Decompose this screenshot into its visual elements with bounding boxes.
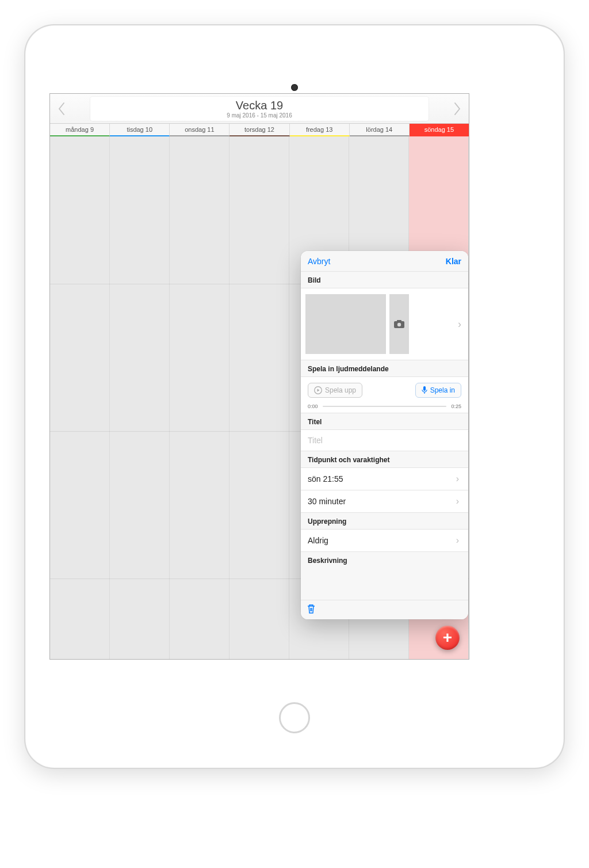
event-editor-popover: Avbryt Klar Bild › Spela in ljudmeddelan… bbox=[301, 251, 468, 619]
microphone-icon bbox=[422, 386, 427, 394]
week-subtitle: 9 maj 2016 - 15 maj 2016 bbox=[90, 112, 429, 119]
done-button[interactable]: Klar bbox=[446, 257, 461, 266]
timing-section-label: Tidpunkt och varaktighet bbox=[301, 451, 468, 467]
play-icon bbox=[314, 386, 322, 394]
repeat-section-label: Upprepning bbox=[301, 513, 468, 529]
add-event-button[interactable]: + bbox=[435, 626, 460, 650]
week-title: Vecka 19 bbox=[90, 99, 429, 112]
day-header[interactable]: måndag 9 bbox=[50, 124, 110, 136]
datetime-value: sön 21:55 bbox=[308, 474, 343, 484]
week-header: Vecka 19 9 maj 2016 - 15 maj 2016 bbox=[50, 94, 469, 124]
next-week-button[interactable] bbox=[446, 94, 469, 124]
prev-week-button[interactable] bbox=[50, 94, 73, 124]
day-column[interactable] bbox=[50, 136, 110, 659]
popover-body: Bild › Spela in ljudmeddelande Spela upp bbox=[301, 272, 468, 600]
day-header[interactable]: onsdag 11 bbox=[170, 124, 230, 136]
trash-icon bbox=[307, 604, 316, 614]
title-cell[interactable] bbox=[301, 429, 468, 451]
play-label: Spela upp bbox=[325, 386, 356, 394]
ipad-camera bbox=[291, 84, 298, 91]
chevron-right-icon: › bbox=[456, 535, 461, 546]
popover-footer bbox=[301, 600, 468, 619]
audio-track[interactable]: 0:00 0:25 bbox=[308, 403, 461, 409]
day-header[interactable]: söndag 15 bbox=[410, 124, 469, 136]
svg-rect-4 bbox=[423, 386, 426, 391]
plus-icon: + bbox=[443, 630, 452, 646]
datetime-cell[interactable]: sön 21:55 › bbox=[301, 467, 468, 490]
svg-rect-5 bbox=[424, 392, 424, 394]
title-section-label: Titel bbox=[301, 413, 468, 429]
ipad-home-button[interactable] bbox=[279, 702, 310, 733]
play-button[interactable]: Spela upp bbox=[308, 383, 362, 398]
record-label: Spela in bbox=[430, 386, 455, 394]
duration-value: 30 minuter bbox=[308, 497, 346, 506]
delete-button[interactable] bbox=[307, 604, 316, 616]
record-button[interactable]: Spela in bbox=[415, 383, 461, 398]
description-section-label: Beskrivning bbox=[301, 552, 468, 568]
day-column[interactable] bbox=[170, 136, 230, 659]
duration-cell[interactable]: 30 minuter › bbox=[301, 490, 468, 513]
image-placeholder-large bbox=[305, 294, 386, 354]
app-screen: Vecka 19 9 maj 2016 - 15 maj 2016 måndag… bbox=[49, 93, 469, 660]
track-progress[interactable] bbox=[323, 406, 447, 407]
day-header[interactable]: fredag 13 bbox=[290, 124, 350, 136]
chevron-right-icon: › bbox=[456, 474, 461, 484]
track-end-time: 0:25 bbox=[451, 403, 461, 409]
header-title-wrap[interactable]: Vecka 19 9 maj 2016 - 15 maj 2016 bbox=[90, 97, 429, 121]
track-start-time: 0:00 bbox=[308, 403, 318, 409]
svg-rect-1 bbox=[397, 320, 401, 322]
chevron-right-icon: › bbox=[458, 318, 464, 330]
day-column[interactable] bbox=[110, 136, 170, 659]
audio-section: Spela upp Spela in 0:00 0:25 bbox=[301, 376, 468, 413]
image-section-label: Bild bbox=[301, 272, 468, 288]
popover-toolbar: Avbryt Klar bbox=[301, 251, 468, 272]
audio-section-label: Spela in ljudmeddelande bbox=[301, 360, 468, 376]
svg-point-2 bbox=[397, 323, 401, 326]
title-input[interactable] bbox=[308, 436, 461, 445]
cancel-button[interactable]: Avbryt bbox=[308, 257, 330, 266]
day-headers-row: måndag 9tisdag 10onsdag 11torsdag 12fred… bbox=[50, 124, 469, 136]
repeat-cell[interactable]: Aldrig › bbox=[301, 529, 468, 552]
image-placeholder-small bbox=[389, 294, 409, 354]
day-header[interactable]: tisdag 10 bbox=[110, 124, 170, 136]
day-column[interactable] bbox=[230, 136, 289, 659]
day-header[interactable]: torsdag 12 bbox=[230, 124, 289, 136]
chevron-right-icon: › bbox=[456, 496, 461, 507]
camera-icon bbox=[394, 320, 404, 328]
day-header[interactable]: lördag 14 bbox=[350, 124, 410, 136]
image-picker-row[interactable]: › bbox=[301, 288, 468, 360]
repeat-value: Aldrig bbox=[308, 536, 328, 545]
